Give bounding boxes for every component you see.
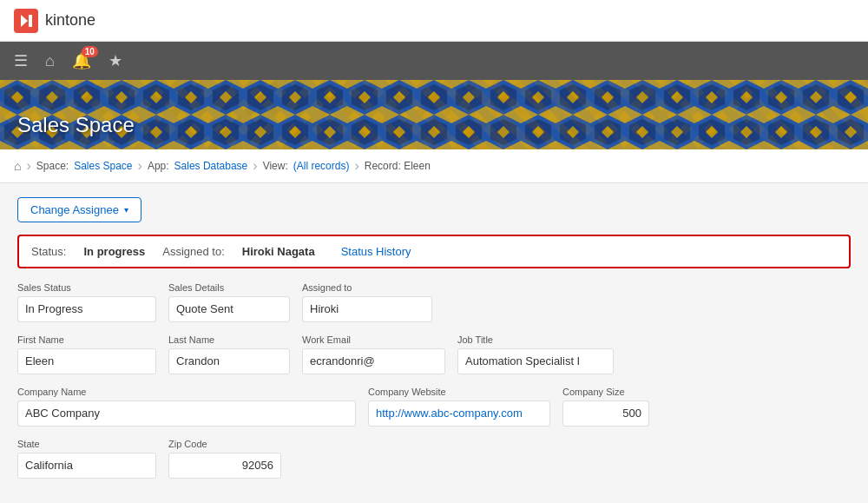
form-group-sales-details: Sales Details Quote Sent	[168, 282, 290, 322]
svg-rect-2	[29, 15, 32, 27]
star-icon[interactable]: ★	[108, 51, 122, 70]
bell-icon[interactable]: 🔔 10	[72, 51, 91, 70]
assigned-to-input[interactable]: Hiroki	[302, 296, 432, 322]
zip-code-input[interactable]: 92056	[168, 453, 281, 479]
state-input[interactable]: California	[17, 453, 156, 479]
company-name-label: Company Name	[17, 387, 356, 397]
breadcrumb-record: Record: Eleen	[365, 160, 431, 172]
form-row-3: Company Name ABC Company Company Website…	[17, 387, 851, 439]
job-title-label: Job Title	[457, 334, 614, 345]
form-group-last-name: Last Name Crandon	[168, 334, 290, 374]
change-assignee-button[interactable]: Change Assignee ▾	[17, 197, 141, 222]
state-label: State	[17, 439, 156, 449]
last-name-input[interactable]: Crandon	[168, 348, 290, 374]
work-email-input[interactable]: ecrandonri@	[302, 348, 445, 374]
form-section: Sales Status In Progress Sales Details Q…	[17, 282, 851, 491]
status-bar: Status: In progress Assigned to: Hiroki …	[17, 235, 851, 268]
breadcrumb: ⌂ › Space: Sales Space › App: Sales Data…	[0, 149, 868, 183]
form-group-sales-status: Sales Status In Progress	[17, 282, 156, 322]
breadcrumb-space-link[interactable]: Sales Space	[74, 160, 132, 172]
form-group-job-title: Job Title Automation Specialist I	[457, 334, 614, 374]
kintone-logo-icon	[14, 9, 38, 33]
breadcrumb-sep-3: ›	[253, 158, 257, 174]
breadcrumb-app-label: App:	[148, 160, 169, 172]
form-group-state: State California	[17, 439, 156, 479]
last-name-label: Last Name	[168, 334, 290, 345]
top-header: kintone	[0, 0, 868, 42]
status-history-link[interactable]: Status History	[341, 245, 411, 258]
company-name-input[interactable]: ABC Company	[17, 400, 356, 427]
job-title-input[interactable]: Automation Specialist I	[457, 348, 614, 374]
work-email-label: Work Email	[302, 334, 445, 345]
form-group-first-name: First Name Eleen	[17, 334, 156, 374]
company-website-label: Company Website	[368, 387, 550, 397]
breadcrumb-view-label: View:	[263, 160, 288, 172]
zip-code-label: Zip Code	[168, 439, 281, 449]
home-icon[interactable]: ⌂	[45, 52, 55, 70]
assigned-label: Assigned to:	[162, 245, 225, 258]
breadcrumb-view-link[interactable]: (All records)	[293, 160, 350, 172]
company-size-input[interactable]: 500	[562, 400, 649, 427]
form-group-company-website: Company Website http://www.abc-company.c…	[368, 387, 550, 427]
content-area: Change Assignee ▾ Status: In progress As…	[0, 183, 868, 503]
form-group-zip-code: Zip Code 92056	[168, 439, 281, 479]
company-website-input[interactable]: http://www.abc-company.com	[368, 400, 550, 427]
change-assignee-label: Change Assignee	[30, 203, 119, 216]
logo: kintone	[14, 9, 95, 33]
banner: Sales Space	[0, 80, 868, 149]
first-name-label: First Name	[17, 334, 156, 345]
breadcrumb-sep-1: ›	[26, 158, 30, 174]
form-row-1: Sales Status In Progress Sales Details Q…	[17, 282, 851, 334]
breadcrumb-space-label: Space:	[36, 160, 69, 172]
status-label: Status:	[31, 245, 66, 258]
chevron-down-icon: ▾	[124, 205, 128, 215]
banner-title: Sales Space	[17, 113, 135, 137]
assigned-name: Hiroki Nagata	[242, 245, 315, 258]
breadcrumb-home-icon[interactable]: ⌂	[14, 159, 21, 173]
notification-badge: 10	[82, 46, 98, 57]
status-value: In progress	[83, 245, 145, 258]
breadcrumb-app-link[interactable]: Sales Database	[174, 160, 248, 172]
form-row-4: State California Zip Code 92056	[17, 439, 851, 491]
form-group-company-name: Company Name ABC Company	[17, 387, 356, 427]
form-group-assigned-to: Assigned to Hiroki	[302, 282, 432, 322]
breadcrumb-sep-2: ›	[138, 158, 142, 174]
nav-bar: ☰ ⌂ 🔔 10 ★	[0, 42, 868, 80]
hamburger-icon[interactable]: ☰	[14, 51, 28, 70]
company-size-label: Company Size	[562, 387, 649, 397]
sales-details-label: Sales Details	[168, 282, 290, 293]
sales-status-input[interactable]: In Progress	[17, 296, 156, 322]
first-name-input[interactable]: Eleen	[17, 348, 156, 374]
form-group-work-email: Work Email ecrandonri@	[302, 334, 445, 374]
sales-details-input[interactable]: Quote Sent	[168, 296, 290, 322]
logo-text: kintone	[45, 11, 95, 30]
form-row-2: First Name Eleen Last Name Crandon Work …	[17, 334, 851, 387]
breadcrumb-sep-4: ›	[354, 158, 358, 174]
sales-status-label: Sales Status	[17, 282, 156, 293]
form-group-company-size: Company Size 500	[562, 387, 649, 427]
assigned-to-label: Assigned to	[302, 282, 432, 293]
